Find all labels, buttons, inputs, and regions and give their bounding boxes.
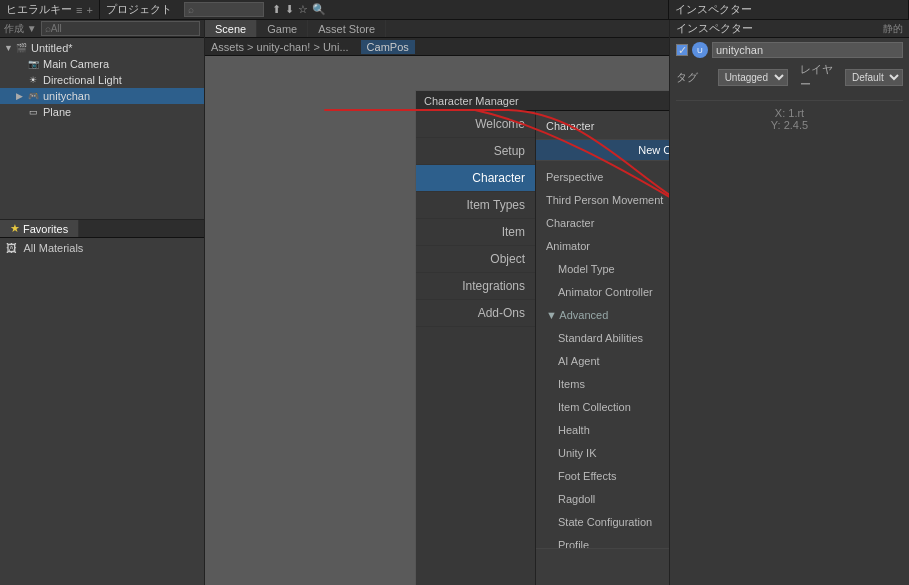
form-row-foot-effects: Foot Effects ✓ bbox=[546, 466, 669, 486]
form-row-state-config: State Configuration ⚙ ◎ bbox=[546, 512, 669, 532]
label-unity-ik: Unity IK bbox=[546, 447, 669, 459]
scene-icon: 🎬 bbox=[14, 41, 28, 55]
all-materials-label: All Materials bbox=[23, 242, 83, 254]
nav-welcome[interactable]: Welcome bbox=[416, 111, 535, 138]
hierarchy-search-input[interactable] bbox=[41, 21, 200, 36]
inspector-topbar: インスペクター bbox=[669, 0, 909, 19]
coord-y: Y: 2.4.5 bbox=[676, 119, 903, 131]
top-bar: ヒエラルキー ≡ + プロジェクト ⬆ ⬇ ☆ 🔍 インスペクター bbox=[0, 0, 909, 20]
nav-add-ons[interactable]: Add-Ons bbox=[416, 300, 535, 327]
label-item-collection: Item Collection bbox=[546, 401, 669, 413]
inspector-obj-icon: U bbox=[692, 42, 708, 58]
hierarchy-create-label[interactable]: 作成 ▼ bbox=[4, 22, 37, 36]
hierarchy-label: Main Camera bbox=[43, 58, 109, 70]
nav-item[interactable]: Item bbox=[416, 219, 535, 246]
hierarchy-item-unitychan[interactable]: ▶ 🎮 unitychan bbox=[0, 88, 204, 104]
arrow-icon: ▼ bbox=[4, 43, 14, 53]
char-content-title-text: Character bbox=[546, 120, 594, 132]
project-title: プロジェクト bbox=[106, 2, 172, 17]
inspector-name-input[interactable] bbox=[712, 42, 903, 58]
char-manager-title: Character Manager bbox=[424, 95, 519, 107]
inspector-name-row: ✓ U bbox=[676, 42, 903, 58]
project-all-materials[interactable]: 🖼 All Materials bbox=[0, 238, 204, 258]
char-content-title: Character bbox=[536, 111, 669, 140]
inspector-active-checkbox[interactable]: ✓ bbox=[676, 44, 688, 56]
hierarchy-item-plane[interactable]: ▭ Plane bbox=[0, 104, 204, 120]
label-animator: Animator bbox=[546, 240, 669, 252]
form-row-standard-abilities: Standard Abilities ✓ bbox=[546, 328, 669, 348]
hierarchy-title: ヒエラルキー bbox=[6, 2, 72, 17]
project-search[interactable] bbox=[184, 2, 264, 17]
campos-tab[interactable]: CamPos bbox=[361, 40, 415, 54]
hierarchy-menu-icon[interactable]: ≡ bbox=[76, 4, 82, 16]
label-ai-agent: AI Agent bbox=[546, 355, 669, 367]
inspector-coords: X: 1.rt Y: 2.4.5 bbox=[676, 107, 903, 131]
project-tabs-bar: ★ Favorites bbox=[0, 220, 204, 238]
icon-toolbar-1[interactable]: ⬆ bbox=[272, 3, 281, 16]
form-row-item-collection: Item Collection ⚙ ◎ bbox=[546, 397, 669, 417]
hierarchy-label: Untitled* bbox=[31, 42, 73, 54]
inspector-title-label: インスペクター bbox=[676, 21, 753, 36]
tab-scene[interactable]: Scene bbox=[205, 20, 257, 37]
breadcrumb-text: Assets > unity-chan! > Uni... bbox=[211, 41, 349, 53]
hierarchy-item-untitled[interactable]: ▼ 🎬 Untitled* bbox=[0, 40, 204, 56]
nav-setup[interactable]: Setup bbox=[416, 138, 535, 165]
icon-toolbar-2[interactable]: ⬇ bbox=[285, 3, 294, 16]
icon-toolbar-search[interactable]: 🔍 bbox=[312, 3, 326, 16]
camera-icon: 📷 bbox=[26, 57, 40, 71]
nav-character[interactable]: Character bbox=[416, 165, 535, 192]
form-row-advanced: ▼ Advanced bbox=[546, 305, 669, 325]
char-form: Perspective Third Third Person Movement bbox=[536, 161, 669, 548]
hierarchy-label: Directional Light bbox=[43, 74, 122, 86]
label-third-person: Third Person Movement bbox=[546, 194, 669, 206]
main-split: 作成 ▼ ▼ 🎬 Untitled* 📷 Main Camera bbox=[0, 20, 909, 585]
label-animator-controller: Animator Controller bbox=[546, 286, 669, 298]
hierarchy-item-dir-light[interactable]: ☀ Directional Light bbox=[0, 72, 204, 88]
tag-select[interactable]: Untagged bbox=[718, 69, 788, 86]
project-topbar: プロジェクト ⬆ ⬇ ☆ 🔍 bbox=[100, 0, 669, 19]
gameobj-icon: 🎮 bbox=[26, 89, 40, 103]
coord-x: X: 1.rt bbox=[676, 107, 903, 119]
inspector-content: ✓ U タグ Untagged レイヤー Default bbox=[670, 38, 909, 135]
nav-integrations[interactable]: Integrations bbox=[416, 273, 535, 300]
label-standard-abilities: Standard Abilities bbox=[546, 332, 669, 344]
form-row-model-type: Model Type ヒューマノイド bbox=[546, 259, 669, 279]
char-manager-content: Character New Character Existing Charact… bbox=[536, 111, 669, 585]
hierarchy-add-icon[interactable]: + bbox=[86, 4, 92, 16]
form-row-items: Items ✓ bbox=[546, 374, 669, 394]
layer-select[interactable]: Default bbox=[845, 69, 903, 86]
form-row-profile: Profile (None) bbox=[546, 535, 669, 548]
form-row-perspective: Perspective Third bbox=[546, 167, 669, 187]
form-row-animator: Animator ✓ bbox=[546, 236, 669, 256]
inspector-panel: インスペクター 静的 ✓ U タグ Untagged レイヤー bbox=[669, 20, 909, 585]
left-column: 作成 ▼ ▼ 🎬 Untitled* 📷 Main Camera bbox=[0, 20, 205, 585]
nav-object[interactable]: Object bbox=[416, 246, 535, 273]
tab-new-character[interactable]: New Character bbox=[536, 140, 669, 160]
form-row-animator-controller: Animator Controller 🎮 ◎ bbox=[546, 282, 669, 302]
hierarchy-panel: 作成 ▼ ▼ 🎬 Untitled* 📷 Main Camera bbox=[0, 20, 204, 220]
light-icon: ☀ bbox=[26, 73, 40, 87]
char-manager-footer: Build Character bbox=[536, 548, 669, 585]
icon-toolbar-star[interactable]: ☆ bbox=[298, 3, 308, 16]
advanced-arrow-icon[interactable]: ▼ bbox=[546, 309, 557, 321]
label-ragdoll: Ragdoll bbox=[546, 493, 669, 505]
hierarchy-item-main-camera[interactable]: 📷 Main Camera bbox=[0, 56, 204, 72]
arrow-icon: ▶ bbox=[16, 91, 26, 101]
scene-tabs-bar: Scene Game Asset Store bbox=[205, 20, 669, 38]
tab-game[interactable]: Game bbox=[257, 20, 308, 37]
form-row-ragdoll: Ragdoll ✓ bbox=[546, 489, 669, 509]
form-row-character: Character ⚙ ◎ bbox=[546, 213, 669, 233]
plane-icon: ▭ bbox=[26, 105, 40, 119]
nav-item-types[interactable]: Item Types bbox=[416, 192, 535, 219]
layer-label: レイヤー bbox=[800, 62, 841, 92]
label-model-type: Model Type bbox=[546, 263, 669, 275]
inspector-title: インスペクター bbox=[675, 2, 752, 17]
star-icon: ★ bbox=[10, 222, 20, 235]
tab-favorites[interactable]: ★ Favorites bbox=[0, 220, 79, 237]
char-manager-body: Welcome Setup Character Item Types Item … bbox=[416, 111, 669, 585]
char-content-tabs: New Character Existing Character bbox=[536, 140, 669, 161]
tab-asset-store[interactable]: Asset Store bbox=[308, 20, 386, 37]
project-panel: ★ Favorites 🖼 All Materials bbox=[0, 220, 204, 585]
hierarchy-list: ▼ 🎬 Untitled* 📷 Main Camera ☀ Dire bbox=[0, 38, 204, 219]
inspector-components: X: 1.rt Y: 2.4.5 bbox=[676, 100, 903, 131]
